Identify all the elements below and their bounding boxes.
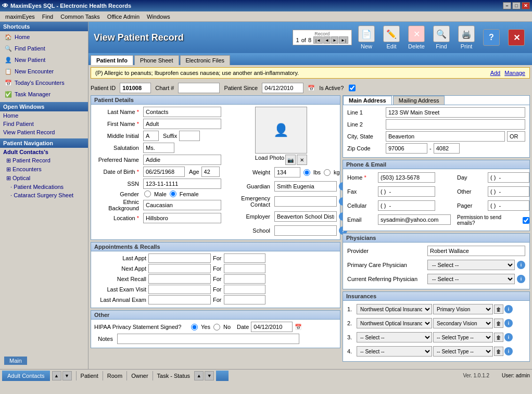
day-phone-field[interactable]: [488, 172, 529, 183]
home-phone-field[interactable]: [378, 172, 435, 183]
chart-field[interactable]: [178, 83, 220, 93]
last-name-field[interactable]: [143, 107, 221, 117]
middle-initial-field[interactable]: [143, 131, 159, 141]
open-window-home[interactable]: Home: [0, 111, 88, 120]
lbs-radio[interactable]: [303, 169, 310, 176]
provider-field[interactable]: [427, 246, 525, 256]
pcp-select[interactable]: -- Select --: [427, 260, 515, 270]
ins-type-1[interactable]: Primary Vision: [433, 304, 493, 314]
cellular-field[interactable]: [378, 200, 435, 211]
tab-phone-sheet[interactable]: Phone Sheet: [134, 55, 179, 65]
open-window-view-patient[interactable]: View Patient Record: [0, 128, 88, 136]
close-toolbar-button[interactable]: ✕: [506, 29, 527, 46]
hipaa-no-radio[interactable]: [213, 324, 220, 331]
ins-eraser-1[interactable]: 🗑: [494, 304, 503, 314]
next-recall-field[interactable]: [148, 274, 211, 284]
ins-type-3[interactable]: -- Select Type --: [433, 332, 493, 342]
edit-button[interactable]: ✏️ Edit: [381, 26, 402, 49]
employer-field[interactable]: [274, 211, 337, 222]
load-photo-button[interactable]: 📷: [285, 155, 296, 165]
ins-company-2[interactable]: Northwest Optical Insurance Co: [357, 318, 432, 328]
fax-field[interactable]: [378, 186, 435, 197]
referring-select[interactable]: -- Select --: [427, 274, 515, 284]
referring-info-icon[interactable]: i: [517, 275, 525, 283]
sidebar-item-task-manager[interactable]: ✅ Task Manager: [0, 88, 88, 100]
email-field[interactable]: [378, 214, 451, 225]
bottom-up-button[interactable]: ▲: [52, 371, 61, 380]
nav-optical[interactable]: ⊞ Optical: [0, 174, 88, 183]
sidebar-item-todays-encounters[interactable]: 📅 Today's Encounters: [0, 77, 88, 88]
age-field[interactable]: [201, 167, 220, 177]
ins-company-4[interactable]: -- Select --: [357, 346, 432, 357]
suffix-field[interactable]: [179, 131, 200, 141]
last-appt-for-field[interactable]: [224, 253, 265, 263]
alert-manage-link[interactable]: Manage: [504, 70, 525, 76]
clear-photo-button[interactable]: ✕: [297, 155, 307, 165]
patient-id-field[interactable]: [120, 83, 151, 93]
sidebar-item-new-encounter[interactable]: 📋 New Encounter: [0, 66, 88, 77]
is-active-checkbox[interactable]: [349, 83, 356, 93]
mailing-address-tab[interactable]: Mailing Address: [393, 96, 445, 105]
ethnic-background-field[interactable]: [143, 200, 221, 210]
emergency-contact-field[interactable]: [274, 196, 337, 207]
notes-field[interactable]: [117, 334, 299, 344]
weight-field[interactable]: [274, 167, 300, 177]
gender-female-radio[interactable]: [170, 190, 176, 197]
last-exam-field[interactable]: [148, 285, 211, 294]
menu-common-tasks[interactable]: Common Tasks: [57, 12, 103, 21]
pcp-info-icon[interactable]: i: [517, 261, 525, 269]
line1-field[interactable]: [386, 107, 525, 118]
record-first-button[interactable]: |◄: [313, 36, 323, 44]
menu-find[interactable]: Find: [39, 12, 56, 21]
record-prev-button[interactable]: ◄: [323, 36, 331, 44]
new-button[interactable]: 📄 New: [356, 26, 377, 49]
dob-field[interactable]: [143, 167, 185, 177]
record-next-button[interactable]: ►: [331, 36, 338, 44]
sidebar-item-home[interactable]: 🏠 Home: [0, 31, 88, 43]
hipaa-date-field[interactable]: [251, 322, 293, 332]
hipaa-calendar-icon[interactable]: 📅: [295, 324, 302, 331]
menu-office-admin[interactable]: Office Admin: [104, 12, 143, 21]
next-appt-for-field[interactable]: [224, 264, 265, 273]
salutation-field[interactable]: [143, 143, 174, 153]
kg-radio[interactable]: [324, 169, 331, 176]
open-window-find-patient[interactable]: Find Patient: [0, 120, 88, 128]
menu-maximeyse[interactable]: maximEyes: [2, 12, 38, 21]
ins-company-3[interactable]: -- Select --: [357, 332, 432, 342]
ins-type-2[interactable]: Secondary Vision: [433, 318, 493, 328]
guardian-field[interactable]: [274, 181, 337, 192]
patient-nav-sub[interactable]: Adult Contacts's: [0, 148, 88, 156]
next-appt-field[interactable]: [148, 264, 211, 273]
main-address-tab[interactable]: Main Address: [343, 96, 392, 105]
last-appt-field[interactable]: [148, 253, 211, 263]
state-field[interactable]: [507, 131, 525, 142]
ins-info-3[interactable]: i: [504, 333, 513, 341]
bottom-up2-button[interactable]: ▲: [194, 371, 204, 380]
nav-encounters[interactable]: ⊞ Encounters: [0, 165, 88, 174]
minimize-button[interactable]: −: [503, 2, 511, 9]
bottom-down-button[interactable]: ▼: [62, 371, 72, 380]
main-tab-indicator[interactable]: Main: [4, 357, 27, 365]
delete-button[interactable]: ✕ Delete: [406, 26, 427, 49]
help-button[interactable]: ?: [481, 29, 502, 46]
nav-patient-medications[interactable]: · Patient Medications: [0, 183, 88, 191]
nav-cataract-surgery[interactable]: · Cataract Surgery Sheet: [0, 191, 88, 199]
ins-eraser-3[interactable]: 🗑: [494, 333, 503, 342]
tab-patient-info[interactable]: Patient Info: [91, 55, 133, 65]
ssn-field[interactable]: [143, 179, 221, 189]
find-button[interactable]: 🔍 Find: [431, 26, 452, 49]
permission-checkbox[interactable]: [523, 217, 529, 224]
ins-company-1[interactable]: Northwest Optical Insurance Co: [357, 304, 432, 314]
ins-type-4[interactable]: -- Select Type --: [433, 346, 493, 357]
print-button[interactable]: 🖨️ Print: [456, 26, 477, 49]
last-exam-for-field[interactable]: [224, 285, 265, 294]
line2-field[interactable]: [386, 119, 525, 130]
maximize-button[interactable]: □: [512, 2, 521, 9]
school-field[interactable]: [274, 225, 337, 236]
gender-male-radio[interactable]: [144, 190, 151, 197]
tab-electronic-files[interactable]: Electronic Files: [180, 55, 231, 65]
city-field[interactable]: [386, 131, 505, 142]
menu-windows[interactable]: Windows: [144, 12, 173, 21]
hipaa-yes-radio[interactable]: [191, 324, 198, 331]
last-annual-exam-for-field[interactable]: [224, 295, 265, 304]
